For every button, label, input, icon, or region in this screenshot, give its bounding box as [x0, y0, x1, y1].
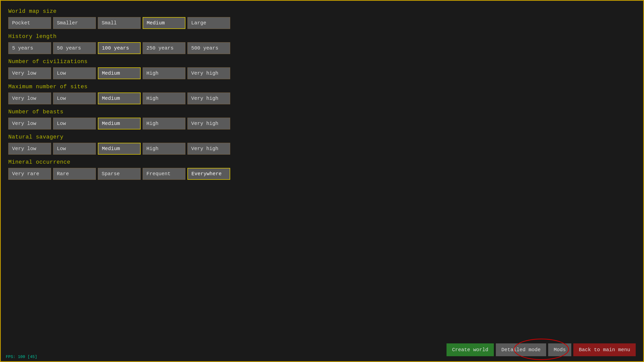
option-btn-world_map_size-large[interactable]: Large: [187, 17, 230, 29]
fps-display: FPS: 100 [45]: [6, 355, 37, 359]
option-btn-max_sites-very-low[interactable]: Very low: [8, 93, 51, 104]
section-label-num_beasts: Number of beasts: [8, 109, 636, 115]
option-btn-num_civs-high[interactable]: High: [143, 67, 185, 79]
option-btn-num_civs-very-high[interactable]: Very high: [187, 67, 230, 79]
section-label-history_length: History length: [8, 33, 636, 40]
option-btn-natural_savagery-high[interactable]: High: [143, 143, 185, 155]
option-btn-history_length-250-years[interactable]: 250 years: [143, 42, 185, 54]
option-btn-num_beasts-very-low[interactable]: Very low: [8, 118, 51, 129]
option-btn-max_sites-very-high[interactable]: Very high: [187, 93, 230, 104]
option-btn-mineral_occurrence-frequent[interactable]: Frequent: [143, 168, 185, 180]
option-btn-history_length-500-years[interactable]: 500 years: [187, 42, 230, 54]
detailed-mode-button[interactable]: Detailed mode: [496, 343, 546, 356]
button-row-num_beasts: Very lowLowMediumHighVery high: [8, 118, 636, 129]
option-btn-history_length-50-years[interactable]: 50 years: [53, 42, 96, 54]
section-label-natural_savagery: Natural savagery: [8, 134, 636, 140]
option-btn-max_sites-high[interactable]: High: [143, 93, 185, 104]
button-row-mineral_occurrence: Very rareRareSparseFrequentEverywhere: [8, 168, 636, 180]
back-button[interactable]: Back to main menu: [573, 343, 636, 356]
option-btn-mineral_occurrence-very-rare[interactable]: Very rare: [8, 168, 51, 180]
option-btn-natural_savagery-very-high[interactable]: Very high: [187, 143, 230, 155]
option-btn-natural_savagery-low[interactable]: Low: [53, 143, 96, 155]
button-row-num_civs: Very lowLowMediumHighVery high: [8, 67, 636, 79]
option-btn-max_sites-low[interactable]: Low: [53, 93, 96, 104]
option-btn-max_sites-medium[interactable]: Medium: [98, 93, 141, 104]
option-btn-num_civs-very-low[interactable]: Very low: [8, 67, 51, 79]
option-btn-history_length-100-years[interactable]: 100 years: [98, 42, 141, 54]
option-btn-mineral_occurrence-everywhere[interactable]: Everywhere: [187, 168, 230, 180]
option-btn-world_map_size-pocket[interactable]: Pocket: [8, 17, 51, 29]
option-btn-world_map_size-medium[interactable]: Medium: [143, 17, 185, 29]
option-btn-num_beasts-medium[interactable]: Medium: [98, 118, 141, 129]
section-label-max_sites: Maximum number of sites: [8, 84, 636, 90]
button-row-max_sites: Very lowLowMediumHighVery high: [8, 93, 636, 104]
option-btn-history_length-5-years[interactable]: 5 years: [8, 42, 51, 54]
option-btn-mineral_occurrence-sparse[interactable]: Sparse: [98, 168, 141, 180]
option-btn-num_beasts-low[interactable]: Low: [53, 118, 96, 129]
option-btn-num_civs-medium[interactable]: Medium: [98, 67, 141, 79]
button-row-natural_savagery: Very lowLowMediumHighVery high: [8, 143, 636, 155]
main-content: World map sizePocketSmallerSmallMediumLa…: [1, 1, 643, 186]
option-btn-num_beasts-very-high[interactable]: Very high: [187, 118, 230, 129]
option-btn-world_map_size-small[interactable]: Small: [98, 17, 141, 29]
section-label-mineral_occurrence: Mineral occurrence: [8, 159, 636, 165]
option-btn-natural_savagery-very-low[interactable]: Very low: [8, 143, 51, 155]
option-btn-num_beasts-high[interactable]: High: [143, 118, 185, 129]
option-btn-world_map_size-smaller[interactable]: Smaller: [53, 17, 96, 29]
option-btn-mineral_occurrence-rare[interactable]: Rare: [53, 168, 96, 180]
button-row-world_map_size: PocketSmallerSmallMediumLarge: [8, 17, 636, 29]
bottom-bar: Create world Detailed mode Mods Back to …: [447, 343, 636, 356]
option-btn-num_civs-low[interactable]: Low: [53, 67, 96, 79]
section-label-num_civs: Number of civilizations: [8, 59, 636, 65]
create-world-button[interactable]: Create world: [447, 343, 494, 356]
mods-button[interactable]: Mods: [548, 343, 571, 356]
section-label-world_map_size: World map size: [8, 8, 636, 15]
option-btn-natural_savagery-medium[interactable]: Medium: [98, 143, 141, 155]
button-row-history_length: 5 years50 years100 years250 years500 yea…: [8, 42, 636, 54]
